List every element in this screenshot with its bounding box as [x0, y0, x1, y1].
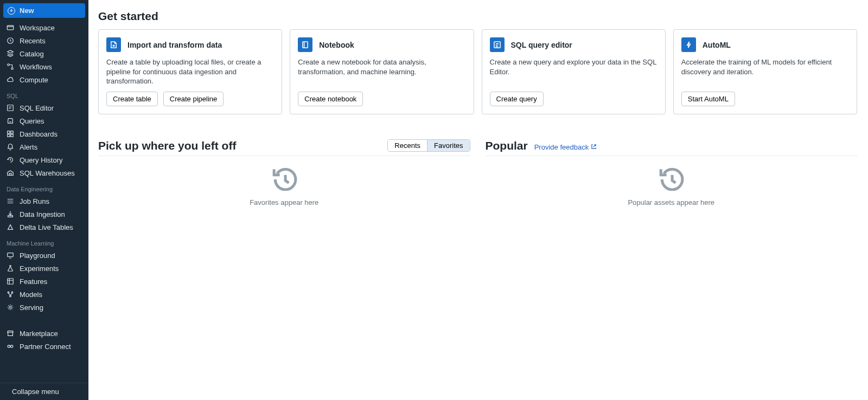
pickup-tabs: Recents Favorites: [387, 139, 470, 152]
sidebar-section-data-engineering: Data Engineering: [0, 179, 88, 195]
models-icon: [7, 291, 14, 298]
popular-empty-text: Popular assets appear here: [628, 198, 714, 207]
sidebar-item-recents[interactable]: Recents: [0, 34, 88, 47]
sidebar-item-marketplace[interactable]: Marketplace: [0, 327, 88, 340]
history-empty-icon: [657, 166, 685, 193]
marketplace-icon: [7, 330, 14, 337]
collapse-label: Collapse menu: [12, 388, 59, 396]
folder-icon: [7, 24, 14, 31]
sidebar-item-queries[interactable]: Queries: [0, 114, 88, 127]
collapse-menu-button[interactable]: Collapse menu: [0, 383, 88, 400]
sidebar-item-label: Job Runs: [20, 197, 49, 205]
workflow-icon: [7, 63, 14, 70]
new-button-label: New: [20, 7, 34, 15]
sidebar-item-partner-connect[interactable]: Partner Connect: [0, 340, 88, 353]
sidebar-item-label: Partner Connect: [20, 343, 71, 351]
new-button[interactable]: + New: [3, 3, 85, 18]
sidebar-item-serving[interactable]: Serving: [0, 301, 88, 314]
sidebar-scroll: Workspace Recents Catalog Workflows Comp…: [0, 21, 88, 383]
sidebar-item-workflows[interactable]: Workflows: [0, 60, 88, 73]
runs-icon: [7, 197, 14, 205]
start-automl-button[interactable]: Start AutoML: [681, 92, 735, 106]
sidebar-item-query-history[interactable]: Query History: [0, 153, 88, 166]
svg-point-12: [8, 292, 9, 293]
card-desc: Create a new notebook for data analysis,…: [298, 57, 465, 76]
warehouse-icon: [7, 169, 14, 177]
svg-rect-8: [11, 134, 13, 137]
sidebar-item-data-ingestion[interactable]: Data Ingestion: [0, 208, 88, 221]
automl-icon: [681, 37, 696, 52]
card-title: Notebook: [319, 41, 354, 49]
create-query-button[interactable]: Create query: [490, 92, 544, 106]
tab-recents[interactable]: Recents: [388, 140, 427, 151]
card-desc: Create a table by uploading local files,…: [106, 57, 274, 86]
sidebar-item-label: Models: [20, 291, 42, 299]
svg-point-15: [9, 306, 11, 308]
svg-rect-4: [8, 105, 14, 111]
sidebar-item-sql-editor[interactable]: SQL Editor: [0, 101, 88, 114]
flask-icon: [7, 264, 14, 272]
popular-section: Popular Provide feedback Popular assets …: [486, 139, 858, 207]
svg-rect-5: [8, 131, 10, 133]
create-table-button[interactable]: Create table: [106, 92, 158, 106]
main-content: Get started Import and transform data Cr…: [88, 0, 868, 400]
ingestion-icon: [7, 210, 14, 218]
sidebar-item-compute[interactable]: Compute: [0, 73, 88, 86]
sidebar-item-delta-live-tables[interactable]: Delta Live Tables: [0, 221, 88, 234]
svg-point-3: [11, 68, 14, 70]
sidebar-item-label: Dashboards: [20, 130, 58, 138]
sidebar-item-catalog[interactable]: Catalog: [0, 47, 88, 60]
sidebar-item-experiments[interactable]: Experiments: [0, 262, 88, 275]
sidebar-item-label: Delta Live Tables: [20, 223, 73, 231]
sidebar-item-label: Features: [20, 278, 47, 286]
svg-rect-10: [8, 253, 14, 257]
serving-icon: [7, 304, 14, 311]
card-title: SQL query editor: [511, 41, 572, 49]
delta-icon: [7, 223, 14, 231]
dashboard-icon: [7, 130, 14, 138]
sidebar-item-label: Compute: [20, 76, 48, 84]
sidebar-item-dashboards[interactable]: Dashboards: [0, 127, 88, 140]
provide-feedback-link[interactable]: Provide feedback: [534, 143, 597, 151]
pickup-section: Pick up where you left off Recents Favor…: [98, 139, 470, 207]
create-pipeline-button[interactable]: Create pipeline: [163, 92, 224, 106]
sidebar-item-alerts[interactable]: Alerts: [0, 140, 88, 153]
feedback-label: Provide feedback: [534, 143, 589, 151]
sidebar-item-label: Experiments: [20, 264, 59, 273]
queries-icon: [7, 117, 14, 125]
sidebar-item-label: SQL Warehouses: [20, 169, 75, 177]
sidebar-item-playground[interactable]: Playground: [0, 249, 88, 262]
sidebar-item-label: Recents: [20, 37, 46, 45]
cloud-icon: [7, 76, 14, 83]
sidebar-item-label: SQL Editor: [20, 104, 54, 112]
sidebar-item-label: Marketplace: [20, 330, 58, 338]
create-notebook-button[interactable]: Create notebook: [298, 92, 363, 106]
sidebar-item-job-runs[interactable]: Job Runs: [0, 195, 88, 208]
tab-favorites[interactable]: Favorites: [427, 140, 469, 151]
popular-heading: Popular: [486, 139, 528, 152]
external-link-icon: [591, 143, 597, 151]
card-notebook: Notebook Create a new notebook for data …: [290, 29, 474, 114]
pickup-empty-state: Favorites appear here: [98, 156, 470, 207]
card-desc: Accelerate the training of ML models for…: [681, 57, 849, 76]
sidebar-item-workspace[interactable]: Workspace: [0, 21, 88, 34]
notebook-icon: [298, 37, 312, 52]
sidebar-item-sql-warehouses[interactable]: SQL Warehouses: [0, 166, 88, 179]
svg-point-17: [10, 345, 12, 347]
features-icon: [7, 278, 14, 285]
plus-circle-icon: +: [8, 7, 15, 15]
sidebar-item-models[interactable]: Models: [0, 288, 88, 301]
import-icon: [106, 37, 121, 52]
sidebar-item-label: Serving: [20, 304, 43, 312]
svg-point-16: [8, 345, 10, 347]
bell-icon: [7, 143, 14, 151]
svg-point-13: [11, 292, 13, 293]
sidebar-item-label: Queries: [20, 117, 44, 125]
card-import-transform: Import and transform data Create a table…: [98, 29, 282, 114]
sidebar-item-label: Alerts: [20, 143, 37, 151]
sidebar-item-features[interactable]: Features: [0, 275, 88, 288]
svg-rect-9: [8, 216, 13, 217]
svg-rect-7: [8, 134, 10, 137]
partner-icon: [7, 343, 14, 350]
svg-point-2: [8, 64, 10, 66]
